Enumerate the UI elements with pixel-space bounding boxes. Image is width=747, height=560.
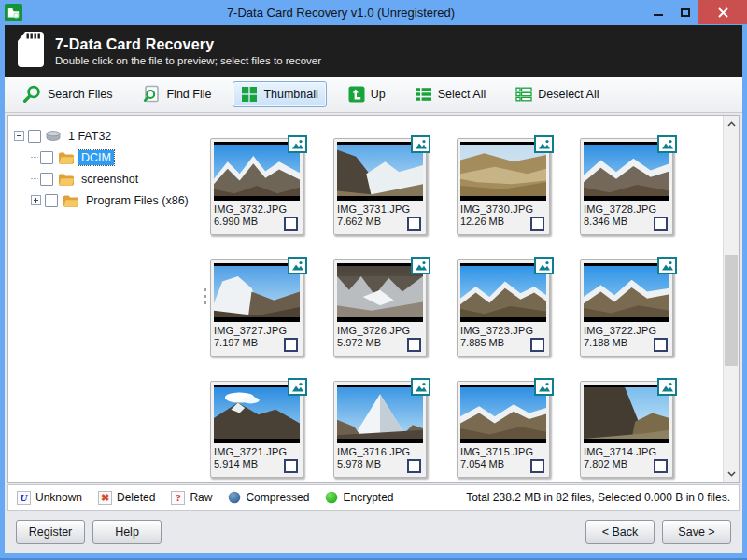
tree-item-label[interactable]: DCIM: [78, 150, 114, 165]
maximize-icon: [681, 8, 690, 17]
tree-item-1-fat32[interactable]: 1 FAT32: [12, 125, 200, 147]
file-checkbox[interactable]: [654, 217, 668, 231]
file-card[interactable]: IMG_3714.JPG 7.802 MB: [580, 381, 673, 478]
image-type-icon: [411, 378, 430, 396]
image-type-icon: [657, 378, 677, 396]
select-all-button[interactable]: Select All: [407, 81, 494, 107]
tree-item-label[interactable]: Program Files (x86): [83, 193, 191, 208]
file-name: IMG_3714.JPG: [584, 446, 669, 457]
tree-checkbox[interactable]: [28, 130, 41, 143]
thumbnail-grid: IMG_3732.JPG 6.990 MB IMG_3731.JPG 7.662…: [204, 116, 723, 482]
file-checkbox[interactable]: [284, 338, 298, 352]
raw-icon: ?: [171, 491, 185, 505]
scroll-up-button[interactable]: [724, 116, 739, 132]
maximize-button[interactable]: [671, 0, 698, 24]
footer-bar: RegisterHelp < BackSave >: [5, 511, 742, 553]
file-card[interactable]: IMG_3723.JPG 7.885 MB: [457, 259, 550, 357]
scrollbar-track[interactable]: [724, 132, 739, 466]
folder-tree-panel: 1 FAT32 DCIM screenshot Program Files (x…: [8, 116, 204, 482]
legend-item-raw: ? Raw: [171, 491, 212, 505]
tree-item-program-files-x86[interactable]: Program Files (x86): [12, 189, 200, 211]
vertical-scrollbar[interactable]: [723, 116, 739, 482]
image-type-icon: [288, 378, 307, 396]
image-type-icon: [534, 135, 554, 153]
file-name: IMG_3730.JPG: [460, 203, 546, 215]
thumbnail-button[interactable]: Thumbnail: [233, 81, 326, 107]
file-checkbox[interactable]: [530, 217, 544, 231]
file-card[interactable]: IMG_3716.JPG 5.978 MB: [333, 381, 427, 478]
register-button[interactable]: Register: [16, 520, 85, 544]
file-checkbox[interactable]: [530, 459, 544, 473]
file-name: IMG_3723.JPG: [460, 325, 546, 336]
close-button[interactable]: [698, 0, 747, 24]
tree-expander[interactable]: [31, 195, 41, 205]
file-name: IMG_3728.JPG: [584, 203, 669, 215]
search-files-button[interactable]: Search Files: [14, 80, 120, 108]
tree-expander[interactable]: [14, 131, 24, 141]
tree-checkbox[interactable]: [40, 151, 53, 164]
tree-item-screenshot[interactable]: screenshot: [12, 168, 200, 189]
window-title: 7-Data Card Recovery v1.0 (Unregistered): [56, 6, 626, 20]
file-checkbox[interactable]: [284, 217, 298, 231]
find-file-icon: [142, 85, 161, 104]
file-card[interactable]: IMG_3727.JPG 7.197 MB: [210, 259, 303, 357]
file-name: IMG_3716.JPG: [337, 446, 423, 457]
app-window: 7-Data Card Recovery v1.0 (Unregistered): [0, 0, 747, 560]
main-content: 1 FAT32 DCIM screenshot Program Files (x…: [7, 115, 740, 483]
tree-item-dcim[interactable]: DCIM: [12, 147, 200, 168]
file-checkbox[interactable]: [407, 338, 421, 352]
folder-icon: [63, 194, 78, 207]
file-checkbox[interactable]: [654, 459, 668, 473]
find-file-button[interactable]: Find File: [134, 80, 219, 108]
toolbar: Search Files Find File Thumbnail Up Sele…: [5, 77, 742, 113]
file-checkbox[interactable]: [654, 338, 668, 352]
file-card[interactable]: IMG_3715.JPG 7.054 MB: [457, 381, 550, 478]
deselect-all-button[interactable]: Deselect All: [507, 81, 607, 107]
file-checkbox[interactable]: [530, 338, 544, 352]
minimize-icon: [654, 14, 663, 16]
panel-splitter[interactable]: [199, 288, 210, 304]
titlebar: 7-Data Card Recovery v1.0 (Unregistered): [0, 0, 747, 25]
file-card[interactable]: IMG_3731.JPG 7.662 MB: [333, 138, 427, 235]
encrypted-icon: [325, 491, 338, 504]
up-button[interactable]: Up: [340, 81, 394, 107]
sd-card-icon: [17, 31, 45, 72]
back-button[interactable]: < Back: [585, 520, 655, 544]
folder-icon: [58, 173, 74, 186]
image-type-icon: [657, 135, 677, 153]
select-all-icon: [416, 86, 432, 103]
image-type-icon: [534, 378, 554, 396]
file-card[interactable]: IMG_3721.JPG 5.914 MB: [210, 381, 303, 478]
file-card[interactable]: IMG_3728.JPG 8.346 MB: [580, 138, 673, 235]
help-button[interactable]: Help: [92, 520, 162, 544]
tree-checkbox[interactable]: [40, 173, 53, 186]
file-name: IMG_3721.JPG: [214, 446, 300, 457]
deselect-all-icon: [515, 86, 532, 103]
tree-item-label[interactable]: 1 FAT32: [65, 129, 114, 144]
close-icon: [718, 7, 728, 18]
file-checkbox[interactable]: [407, 459, 421, 473]
file-name: IMG_3727.JPG: [214, 325, 300, 336]
file-checkbox[interactable]: [407, 217, 421, 231]
deleted-icon: ✖: [98, 491, 112, 505]
tree-checkbox[interactable]: [45, 194, 58, 207]
totals-text: Total 238.2 MB in 82 files, Selected 0.0…: [466, 491, 730, 504]
minimize-button[interactable]: [644, 0, 671, 24]
file-card[interactable]: IMG_3722.JPG 7.188 MB: [580, 259, 673, 357]
image-type-icon: [411, 135, 430, 153]
chevron-up-icon: [727, 121, 736, 127]
file-name: IMG_3715.JPG: [460, 446, 546, 457]
save-button[interactable]: Save >: [662, 520, 731, 544]
tree-item-label[interactable]: screenshot: [78, 172, 141, 187]
file-name: IMG_3722.JPG: [584, 325, 669, 336]
image-type-icon: [288, 257, 307, 274]
legend-item-deleted: ✖ Deleted: [98, 491, 155, 505]
scroll-down-button[interactable]: [724, 466, 739, 482]
file-card[interactable]: IMG_3730.JPG 12.26 MB: [457, 138, 550, 235]
file-card[interactable]: IMG_3732.JPG 6.990 MB: [210, 138, 303, 235]
scrollbar-thumb[interactable]: [725, 255, 738, 365]
legend-item-compressed: Compressed: [228, 491, 309, 504]
up-arrow-icon: [348, 86, 365, 103]
file-checkbox[interactable]: [284, 459, 298, 473]
file-card[interactable]: IMG_3726.JPG 5.972 MB: [333, 259, 427, 357]
